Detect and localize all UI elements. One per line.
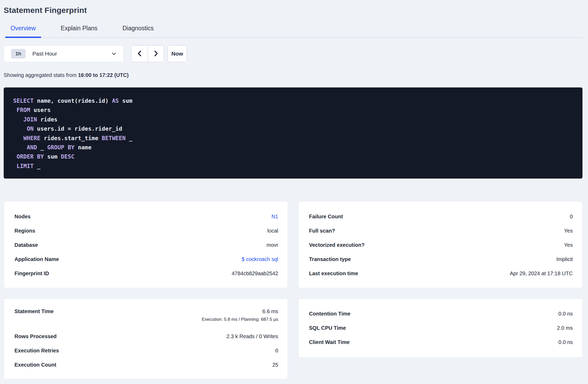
row-statement-time: Statement Time 6.6 ms Execution: 5.8 ms … — [14, 307, 278, 329]
row-value-group: 6.6 ms Execution: 5.8 ms / Planning: 687… — [202, 308, 278, 322]
row-value: 0.0 ns — [559, 339, 573, 345]
time-range-dropdown[interactable]: 1h Past Hour — [4, 45, 124, 62]
row-value: 2.0 ms — [557, 325, 573, 331]
row-value: local — [267, 228, 278, 234]
row-transaction-type: Transaction type Implicit — [309, 252, 573, 266]
now-button[interactable]: Now — [168, 45, 187, 62]
row-label: Rows Processed — [14, 333, 57, 339]
application-name-link[interactable]: $ cockroach sql — [242, 256, 278, 262]
row-client-wait-time: Client Wait Time 0.0 ns — [309, 335, 573, 349]
tab-diagnostics[interactable]: Diagnostics — [117, 25, 159, 37]
sql-statement-box: SELECT name, count(rides.id) AS sum FROM… — [4, 87, 582, 179]
row-label: Execution Retries — [14, 348, 59, 354]
row-label: Transaction type — [309, 256, 351, 262]
row-value: Implicit — [556, 256, 573, 262]
chevron-left-icon — [136, 50, 144, 58]
tab-bar: Overview Explain Plans Diagnostics — [4, 25, 582, 38]
row-label: Application Name — [14, 256, 59, 262]
stats-caption-prefix: Showing aggregated stats from — [4, 72, 78, 78]
row-label: Nodes — [14, 214, 31, 220]
row-label: Failure Count — [309, 214, 343, 220]
row-value: 4784cb829aab2542 — [232, 270, 278, 277]
sql-statement-text: SELECT name, count(rides.id) AS sum FROM… — [13, 96, 573, 171]
time-step-button-group — [131, 45, 164, 62]
statement-time-card: Statement Time 6.6 ms Execution: 5.8 ms … — [4, 298, 288, 379]
chevron-down-icon — [111, 51, 117, 57]
row-label: Last execution time — [309, 270, 358, 277]
row-label: Client Wait Time — [309, 339, 350, 345]
row-label: SQL CPU Time — [309, 325, 346, 331]
time-range-label: Past Hour — [32, 51, 57, 57]
row-label: Statement Time — [14, 308, 54, 314]
row-subvalue: Execution: 5.8 ms / Planning: 687.5 µs — [202, 317, 278, 322]
statement-fingerprint-page: Statement Fingerprint Overview Explain P… — [0, 0, 588, 379]
aggregated-stats-caption: Showing aggregated stats from 16:00 to 1… — [4, 72, 582, 78]
row-label: Database — [14, 242, 38, 248]
next-time-button[interactable] — [148, 46, 164, 62]
row-label: Full scan? — [309, 228, 335, 234]
row-execution-retries: Execution Retries 0 — [14, 343, 278, 358]
row-value: Yes — [564, 228, 573, 234]
prev-time-button[interactable] — [132, 46, 148, 62]
execution-details-card: Failure Count 0 Full scan? Yes Vectorize… — [298, 201, 582, 288]
row-value: movr — [267, 242, 278, 248]
row-application-name: Application Name $ cockroach sql — [14, 252, 278, 266]
row-full-scan: Full scan? Yes — [309, 224, 573, 238]
row-value: 2.3 k Reads / 0 Writes — [227, 333, 278, 339]
time-controls: 1h Past Hour — [4, 45, 582, 62]
row-value: 0.0 ns — [559, 311, 573, 317]
nodes-link[interactable]: N1 — [271, 214, 278, 220]
stats-range-text: 16:00 to 17:22 (UTC) — [78, 72, 128, 78]
row-vectorized-execution: Vectorized execution? Yes — [309, 238, 573, 252]
row-label: Vectorized execution? — [309, 242, 365, 248]
row-sql-cpu-time: SQL CPU Time 2.0 ms — [309, 321, 573, 335]
row-label: Contention Time — [309, 311, 350, 317]
row-value: 25 — [272, 362, 278, 368]
row-value: Apr 29, 2024 at 17:18 UTC — [510, 270, 573, 277]
row-database: Database movr — [14, 238, 278, 252]
row-value: 6.6 ms — [262, 308, 278, 314]
row-contention-time: Contention Time 0.0 ns — [309, 307, 573, 321]
tab-explain-plans[interactable]: Explain Plans — [56, 25, 103, 37]
row-failure-count: Failure Count 0 — [309, 209, 573, 224]
row-label: Execution Count — [14, 362, 56, 368]
row-label: Regions — [14, 228, 35, 234]
row-value: Yes — [564, 242, 573, 248]
overview-cards-row: Nodes N1 Regions local Database movr App… — [4, 201, 582, 288]
chevron-right-icon — [152, 50, 160, 58]
page-title: Statement Fingerprint — [4, 6, 582, 15]
time-interval-badge: 1h — [11, 49, 26, 58]
row-label: Fingerprint ID — [14, 270, 49, 277]
statement-details-card: Nodes N1 Regions local Database movr App… — [4, 201, 288, 288]
row-value: 0 — [570, 214, 573, 220]
row-regions: Regions local — [14, 224, 278, 238]
row-nodes: Nodes N1 — [14, 209, 278, 224]
tab-overview[interactable]: Overview — [5, 25, 41, 38]
row-fingerprint-id: Fingerprint ID 4784cb829aab2542 — [14, 266, 278, 280]
row-execution-count: Execution Count 25 — [14, 358, 278, 372]
wait-time-card: Contention Time 0.0 ns SQL CPU Time 2.0 … — [298, 298, 582, 358]
row-last-execution-time: Last execution time Apr 29, 2024 at 17:1… — [309, 266, 573, 280]
timing-cards-row: Statement Time 6.6 ms Execution: 5.8 ms … — [4, 298, 582, 379]
row-value: 0 — [275, 348, 278, 354]
row-rows-processed: Rows Processed 2.3 k Reads / 0 Writes — [14, 329, 278, 343]
